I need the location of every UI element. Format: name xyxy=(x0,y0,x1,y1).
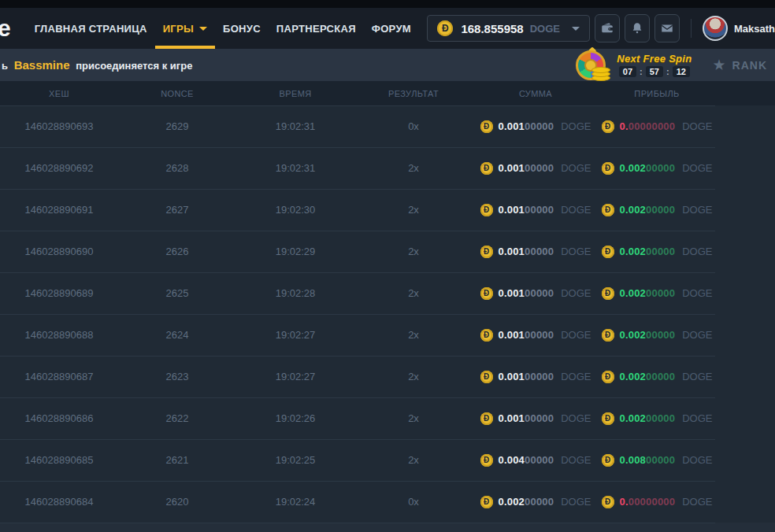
currency-label: DOGE xyxy=(561,120,591,132)
free-spin-timer: 07 : 57 : 12 xyxy=(619,66,690,77)
table-row[interactable]: 146028890685 2621 19:02:25 2x Đ 0.004000… xyxy=(0,439,775,481)
bet-amount: 0.00100000 xyxy=(499,204,554,216)
bet-amount: 0.00200000 xyxy=(499,496,554,508)
time-cell: 19:02:30 xyxy=(236,204,354,216)
table-row[interactable]: 146028890692 2628 19:02:31 2x Đ 0.001000… xyxy=(0,147,775,189)
profit-amount: 0.00200000 xyxy=(620,371,676,382)
divider xyxy=(691,19,692,38)
free-spin-block[interactable]: Next Free Spin 07 : 57 : 12 xyxy=(617,53,692,77)
doge-coin-icon: Đ xyxy=(480,496,493,508)
nav-item-home[interactable]: ГЛАВНАЯ СТРАНИЦА xyxy=(27,8,155,49)
currency-label: DOGE xyxy=(561,287,591,299)
profit-amount: 0.00200000 xyxy=(620,287,676,299)
bet-amount: 0.00100000 xyxy=(499,329,554,341)
nav-item-label: ГЛАВНАЯ СТРАНИЦА xyxy=(35,23,147,35)
username[interactable]: Maksath xyxy=(734,23,775,35)
doge-coin-icon: Đ xyxy=(602,496,614,508)
doge-coin-icon: Đ xyxy=(602,204,614,216)
currency-label: DOGE xyxy=(682,371,712,382)
rank-button[interactable]: ★ RANK xyxy=(713,57,768,72)
profit-cell: Đ 0.00200000 DOGE xyxy=(599,412,715,425)
table-row[interactable]: 146028890688 2624 19:02:27 2x Đ 0.001000… xyxy=(0,314,775,356)
time-cell: 19:02:24 xyxy=(236,496,354,508)
free-spin-wheel-icon[interactable] xyxy=(576,49,612,81)
chevron-down-icon xyxy=(572,27,580,31)
time-cell: 19:02:25 xyxy=(236,454,354,466)
currency-label: DOGE xyxy=(682,287,712,299)
nav-item-games[interactable]: ИГРЫ xyxy=(155,8,215,49)
nav-item-bonus[interactable]: БОНУС xyxy=(215,8,269,49)
time-cell: 19:02:27 xyxy=(236,371,354,382)
profit-cell: Đ 0.00200000 DOGE xyxy=(599,329,715,342)
nonce-cell: 2623 xyxy=(118,371,236,382)
nonce-cell: 2626 xyxy=(118,246,236,257)
nav-item-label: БОНУС xyxy=(223,23,261,35)
bet-amount: 0.00100000 xyxy=(499,162,554,174)
avatar[interactable] xyxy=(703,16,728,41)
hash-cell: 146028890693 xyxy=(0,120,118,132)
currency-label: DOGE xyxy=(682,246,712,257)
window-strip xyxy=(0,0,775,8)
time-cell: 19:02:28 xyxy=(236,287,354,299)
rank-label: RANK xyxy=(732,59,767,72)
profit-amount: 0.00200000 xyxy=(620,412,676,424)
table-row[interactable]: 146028890686 2622 19:02:26 2x Đ 0.001000… xyxy=(0,397,775,439)
profit-amount: 0.00000000 xyxy=(620,496,676,508)
currency-label: DOGE xyxy=(682,204,712,216)
doge-coin-icon: Đ xyxy=(602,371,614,383)
table-row[interactable]: 146028890690 2626 19:02:29 2x Đ 0.001000… xyxy=(0,231,775,272)
nav-item-label: ФОРУМ xyxy=(372,23,411,35)
notification-bar: ь Bassmine присоединяется к игре Next Fr… xyxy=(0,49,775,81)
currency-label: DOGE xyxy=(561,162,591,174)
hash-cell: 146028890689 xyxy=(0,287,118,299)
table-row[interactable]: 146028890684 2620 19:02:24 0x Đ 0.002000… xyxy=(0,481,775,523)
bet-amount-cell: Đ 0.00100000 DOGE xyxy=(473,204,599,216)
time-cell: 19:02:31 xyxy=(236,162,354,174)
hash-cell: 146028890688 xyxy=(0,329,118,341)
header-nonce: NONCE xyxy=(118,89,236,98)
timer-colon: : xyxy=(640,67,643,76)
bet-amount-cell: Đ 0.00100000 DOGE xyxy=(473,329,599,342)
table-row[interactable]: 146028890687 2623 19:02:27 2x Đ 0.001000… xyxy=(0,356,775,397)
profit-amount: 0.00000000 xyxy=(620,120,676,132)
hash-cell: 146028890692 xyxy=(0,162,118,174)
bet-amount-cell: Đ 0.00100000 DOGE xyxy=(473,246,599,258)
notification-prefix: ь xyxy=(2,60,8,72)
bet-amount-cell: Đ 0.00100000 DOGE xyxy=(473,120,599,133)
profit-cell: Đ 0.00200000 DOGE xyxy=(599,204,715,216)
currency-label: DOGE xyxy=(682,412,712,424)
header-hash: ХЕШ xyxy=(0,89,118,98)
profit-amount: 0.00200000 xyxy=(620,329,676,341)
messages-button[interactable] xyxy=(654,14,680,42)
site-logo[interactable]: e xyxy=(0,8,11,49)
wallet-button[interactable] xyxy=(595,14,620,42)
doge-coin-icon: Đ xyxy=(480,246,493,258)
doge-coin-icon: Đ xyxy=(480,371,493,383)
bet-amount-cell: Đ 0.00100000 DOGE xyxy=(473,371,599,383)
partial-next-row xyxy=(0,523,775,532)
free-spin-label: Next Free Spin xyxy=(617,53,692,65)
currency-label: DOGE xyxy=(561,329,591,341)
bet-amount: 0.00100000 xyxy=(499,287,554,299)
notification-username[interactable]: Bassmine xyxy=(14,58,70,72)
hash-cell: 146028890687 xyxy=(0,371,118,382)
doge-coin-icon: Đ xyxy=(602,246,614,258)
time-cell: 19:02:31 xyxy=(236,120,354,132)
page: e ГЛАВНАЯ СТРАНИЦА ИГРЫ БОНУС ПАРТНЕРСКА… xyxy=(0,0,775,532)
bet-amount-cell: Đ 0.00100000 DOGE xyxy=(473,287,599,300)
currency-label: DOGE xyxy=(682,162,712,174)
nonce-cell: 2627 xyxy=(118,204,236,216)
nav-item-forum[interactable]: ФОРУМ xyxy=(364,8,419,49)
nav-item-affiliate[interactable]: ПАРТНЕРСКАЯ xyxy=(269,8,364,49)
table-row[interactable]: 146028890691 2627 19:02:30 2x Đ 0.001000… xyxy=(0,189,775,231)
result-cell: 2x xyxy=(354,246,473,257)
timer-hours: 07 xyxy=(619,66,636,77)
table-row[interactable]: 146028890693 2629 19:02:31 0x Đ 0.001000… xyxy=(0,105,775,147)
currency-label: DOGE xyxy=(682,329,712,341)
hash-cell: 146028890690 xyxy=(0,246,118,257)
table-row[interactable]: 146028890689 2625 19:02:28 2x Đ 0.001000… xyxy=(0,272,775,314)
table-header: ХЕШ NONCE ВРЕМЯ РЕЗУЛЬТАТ СУММА ПРИБЫЛЬ xyxy=(0,81,775,105)
profit-amount: 0.00800000 xyxy=(620,454,676,466)
balance-selector[interactable]: Đ 168.855958 DOGE xyxy=(427,15,590,42)
notifications-button[interactable] xyxy=(625,14,650,42)
